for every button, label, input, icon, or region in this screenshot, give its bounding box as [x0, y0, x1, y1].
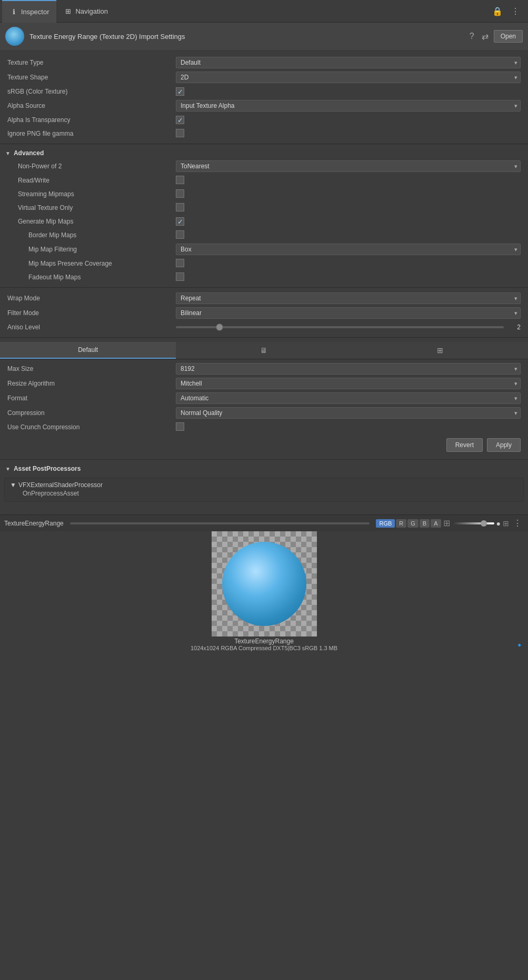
alpha-source-dropdown-wrapper: None Input Texture Alpha From Gray Scale [176, 100, 521, 112]
generate-mip-row: Generate Mip Maps ✓ [0, 215, 528, 228]
resize-algo-dropdown[interactable]: Mitchell Bilinear [176, 378, 521, 389]
filter-mode-value: Point (no filter) Bilinear Trilinear [176, 307, 521, 319]
generate-mip-checkbox[interactable]: ✓ [176, 217, 184, 226]
texture-preview-name: TextureEnergyRange [234, 638, 294, 645]
more-options-btn[interactable]: ⋮ [509, 5, 522, 17]
max-size-value: 3264128256 512102420484096 8192 [176, 363, 521, 375]
action-buttons: Revert Apply [0, 434, 528, 456]
advanced-arrow-icon: ▼ [5, 150, 11, 156]
compression-dropdown[interactable]: None Low Quality Normal Quality High Qua… [176, 407, 521, 419]
alpha-transparency-checkbox[interactable]: ✓ [176, 116, 184, 124]
texture-thumbnail [5, 27, 24, 46]
max-size-dropdown[interactable]: 3264128256 512102420484096 8192 [176, 363, 521, 375]
aniso-level-row: Aniso Level 2 [0, 320, 528, 334]
format-row: Format Automatic RGB Compressed DXT1 RGB… [0, 391, 528, 406]
format-dropdown-wrapper: Automatic RGB Compressed DXT1 RGBA Compr… [176, 392, 521, 404]
format-label: Format [7, 395, 176, 402]
aniso-level-value: 2 [176, 324, 521, 331]
read-write-value [176, 176, 521, 186]
wrap-mode-row: Wrap Mode Repeat Clamp Mirror [0, 291, 528, 306]
preview-bar: TextureEnergyRange RGB R G B A ⊞ ● ⊞ ⋮ [0, 514, 528, 531]
aniso-slider[interactable] [176, 326, 504, 328]
format-value: Automatic RGB Compressed DXT1 RGBA Compr… [176, 392, 521, 404]
alpha-source-label: Alpha Source [7, 102, 176, 109]
srgb-label: sRGB (Color Texture) [7, 88, 176, 95]
divider-4 [0, 459, 528, 460]
filter-mode-label: Filter Mode [7, 309, 176, 317]
wrap-mode-dropdown-wrapper: Repeat Clamp Mirror [176, 292, 521, 304]
virtual-texture-value [176, 203, 521, 213]
advanced-section-header[interactable]: ▼ Advanced [0, 147, 528, 159]
read-write-checkbox[interactable] [176, 176, 184, 184]
ignore-png-label: Ignore PNG file gamma [7, 130, 176, 137]
srgb-value: ✓ [176, 87, 521, 96]
lock-icon-btn[interactable]: 🔒 [490, 5, 505, 17]
apply-button[interactable]: Apply [487, 438, 521, 452]
texture-shape-dropdown-wrapper: 2D Cube [176, 72, 521, 83]
vfx-processor-header[interactable]: ▼ VFXExternalShaderProcessor [10, 481, 518, 489]
fadeout-mip-row: Fadeout Mip Maps [0, 270, 528, 284]
fadeout-mip-checkbox[interactable] [176, 272, 184, 281]
crunch-compression-value [176, 422, 521, 432]
resize-algo-label: Resize Algorithm [7, 380, 176, 387]
texture-shape-label: Texture Shape [7, 74, 176, 81]
mip-filtering-dropdown[interactable]: Box Kaiser [176, 244, 521, 255]
non-power-row: Non-Power of 2 None ToNearest ToLarger T… [0, 159, 528, 174]
resize-algo-row: Resize Algorithm Mitchell Bilinear [0, 376, 528, 391]
platform-tab-android[interactable]: ⊞ [352, 342, 528, 359]
channel-b-btn[interactable]: B [420, 519, 430, 528]
navigation-tab-label: Navigation [75, 7, 107, 15]
filter-mode-dropdown[interactable]: Point (no filter) Bilinear Trilinear [176, 307, 521, 319]
format-dropdown[interactable]: Automatic RGB Compressed DXT1 RGBA Compr… [176, 392, 521, 404]
open-button[interactable]: Open [494, 30, 523, 43]
channel-a-btn[interactable]: A [431, 519, 441, 528]
channel-rgb-btn[interactable]: RGB [376, 519, 395, 528]
asset-postprocessors-header[interactable]: ▼ Asset PostProcessors [0, 463, 528, 474]
title-right: ? ⇄ Open [467, 30, 523, 43]
mip-preserve-label: Mip Maps Preserve Coverage [7, 260, 176, 267]
non-power-label: Non-Power of 2 [7, 163, 176, 170]
checkerboard-icon: ⊞ [443, 518, 450, 528]
preview-more-btn[interactable]: ⋮ [511, 517, 524, 529]
crunch-compression-checkbox[interactable] [176, 422, 184, 431]
texture-shape-dropdown[interactable]: 2D Cube [176, 72, 521, 83]
vfx-processor-arrow: ▼ [10, 481, 16, 489]
navigation-icon: ⊞ [64, 7, 72, 15]
tab-bar: ℹ Inspector ⊞ Navigation 🔒 ⋮ [0, 0, 528, 23]
texture-type-dropdown[interactable]: Default Normal map Sprite (2D and UI) [176, 57, 521, 68]
platform-tab-standalone[interactable]: 🖥 [176, 342, 352, 359]
tab-inspector[interactable]: ℹ Inspector [2, 0, 56, 23]
streaming-mipmaps-checkbox[interactable] [176, 189, 184, 198]
tab-navigation[interactable]: ⊞ Navigation [56, 0, 115, 23]
mip-preserve-checkbox[interactable] [176, 259, 184, 267]
filter-mode-dropdown-wrapper: Point (no filter) Bilinear Trilinear [176, 307, 521, 319]
postprocessors-section-label: Asset PostProcessors [14, 465, 81, 472]
wrap-mode-dropdown[interactable]: Repeat Clamp Mirror [176, 292, 521, 304]
preview-extra: ⊞ ● ⊞ ⋮ [443, 517, 524, 529]
read-write-row: Read/Write [0, 174, 528, 187]
resize-algo-value: Mitchell Bilinear [176, 378, 521, 389]
alpha-transparency-row: Alpha Is Transparency ✓ [0, 113, 528, 127]
streaming-mipmaps-row: Streaming Mipmaps [0, 187, 528, 201]
virtual-texture-row: Virtual Texture Only [0, 201, 528, 215]
read-write-label: Read/Write [7, 177, 176, 184]
srgb-checkbox[interactable]: ✓ [176, 87, 184, 96]
help-icon-btn[interactable]: ? [467, 31, 476, 42]
texture-shape-value: 2D Cube [176, 72, 521, 83]
aniso-level-label: Aniso Level [7, 324, 176, 331]
channel-g-btn[interactable]: G [407, 519, 419, 528]
alpha-source-dropdown[interactable]: None Input Texture Alpha From Gray Scale [176, 100, 521, 112]
preview-channel-buttons: RGB R G B A [376, 519, 441, 528]
border-mip-value [176, 230, 521, 240]
border-mip-checkbox[interactable] [176, 230, 184, 239]
platform-tab-default[interactable]: Default [0, 342, 176, 359]
channel-r-btn[interactable]: R [396, 519, 406, 528]
ignore-png-checkbox[interactable] [176, 129, 184, 137]
virtual-texture-checkbox[interactable] [176, 203, 184, 211]
non-power-dropdown[interactable]: None ToNearest ToLarger ToSmaller [176, 160, 521, 172]
alpha-transparency-value: ✓ [176, 116, 521, 124]
fadeout-mip-value [176, 272, 521, 282]
revert-button[interactable]: Revert [446, 438, 483, 452]
layout-icon-btn[interactable]: ⇄ [480, 31, 491, 43]
preview-exposure-slider[interactable] [452, 522, 494, 524]
